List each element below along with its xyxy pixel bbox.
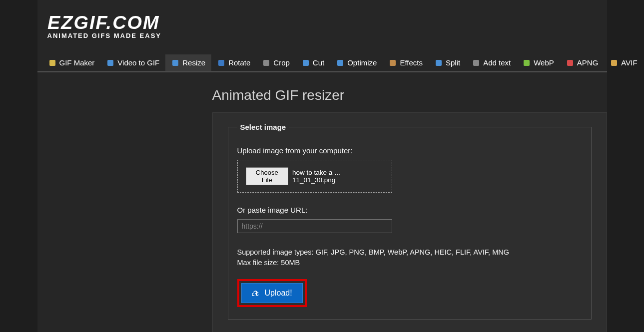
select-image-legend: Select image: [237, 123, 289, 131]
upload-button-highlight: Upload!: [237, 279, 307, 307]
supported-types-line: Supported image types: GIF, JPG, PNG, BM…: [237, 248, 510, 256]
nav-label: Cut: [313, 58, 324, 67]
nav-label: AVIF: [621, 58, 637, 67]
nav-resize[interactable]: Resize: [165, 54, 211, 71]
svg-rect-9: [473, 60, 479, 66]
nav-video-to-gif[interactable]: Video to GIF: [100, 54, 165, 71]
svg-rect-4: [263, 60, 269, 66]
nav-optimize[interactable]: Optimize: [330, 54, 383, 71]
svg-rect-3: [218, 60, 224, 66]
svg-rect-0: [49, 60, 55, 66]
file-drop-zone[interactable]: Choose File how to take a … 11_01_30.png: [237, 160, 392, 193]
cloud-upload-icon: [252, 289, 261, 297]
upload-button-label: Upload!: [265, 289, 292, 298]
site-logo[interactable]: EZGIF.COM ANIMATED GIFS MADE EASY: [37, 0, 607, 44]
nav-label: Crop: [273, 58, 290, 67]
paste-url-label: Or paste image URL:: [237, 206, 582, 214]
svg-rect-2: [172, 60, 178, 66]
nav-label: GIF Maker: [59, 58, 95, 67]
nav-label: Split: [446, 58, 460, 67]
nav-label: Effects: [400, 58, 423, 67]
optimize-icon: [336, 59, 344, 67]
svg-rect-8: [436, 60, 442, 66]
gif-maker-icon: [48, 59, 56, 67]
nav-label: Resize: [182, 58, 205, 67]
nav-rotate[interactable]: Rotate: [211, 54, 256, 71]
nav-label: APNG: [577, 58, 599, 67]
nav-effects[interactable]: Effects: [383, 54, 429, 71]
add-text-icon: [472, 59, 480, 67]
nav-add-text[interactable]: Add text: [466, 54, 517, 71]
nav-crop[interactable]: Crop: [256, 54, 296, 71]
nav-label: Rotate: [228, 58, 250, 67]
nav-avif[interactable]: AVIF: [604, 54, 643, 71]
svg-rect-11: [567, 60, 573, 66]
upload-button[interactable]: Upload!: [241, 283, 303, 303]
nav-label: Add text: [483, 58, 511, 67]
resize-icon: [171, 59, 179, 67]
nav-label: Video to GIF: [117, 58, 159, 67]
page-title: Animated GIF resizer: [212, 87, 607, 103]
nav-label: Optimize: [347, 58, 377, 67]
chosen-file-name: how to take a … 11_01_30.png: [292, 169, 384, 184]
logo-sub-text: ANIMATED GIFS MADE EASY: [47, 32, 597, 39]
nav-cut[interactable]: Cut: [296, 54, 330, 71]
nav-gif-maker[interactable]: GIF Maker: [42, 54, 101, 71]
svg-rect-6: [337, 60, 343, 66]
main-nav: GIF MakerVideo to GIFResizeRotateCropCut…: [37, 54, 607, 72]
select-image-fieldset: Select image Upload image from your comp…: [228, 123, 592, 320]
apng-icon: [566, 59, 574, 67]
nav-split[interactable]: Split: [429, 54, 466, 71]
image-url-input[interactable]: [237, 219, 392, 233]
split-icon: [435, 59, 443, 67]
svg-rect-10: [524, 60, 530, 66]
rotate-icon: [217, 59, 225, 67]
nav-webp[interactable]: WebP: [517, 54, 560, 71]
svg-rect-7: [390, 60, 396, 66]
crop-icon: [262, 59, 270, 67]
logo-main-text: EZGIF.COM: [47, 15, 625, 31]
supported-types-text: Supported image types: GIF, JPG, PNG, BM…: [237, 247, 582, 268]
svg-rect-12: [611, 60, 617, 66]
nav-label: WebP: [534, 58, 554, 67]
avif-icon: [610, 59, 618, 67]
upload-panel: Select image Upload image from your comp…: [212, 112, 607, 332]
upload-from-computer-label: Upload image from your computer:: [237, 146, 582, 155]
video-to-gif-icon: [106, 59, 114, 67]
svg-rect-5: [303, 60, 309, 66]
svg-rect-1: [107, 60, 113, 66]
effects-icon: [389, 59, 397, 67]
choose-file-button[interactable]: Choose File: [246, 167, 288, 185]
webp-icon: [523, 59, 531, 67]
cut-icon: [302, 59, 310, 67]
max-file-size-line: Max file size: 50MB: [237, 259, 300, 267]
nav-apng[interactable]: APNG: [560, 54, 605, 71]
